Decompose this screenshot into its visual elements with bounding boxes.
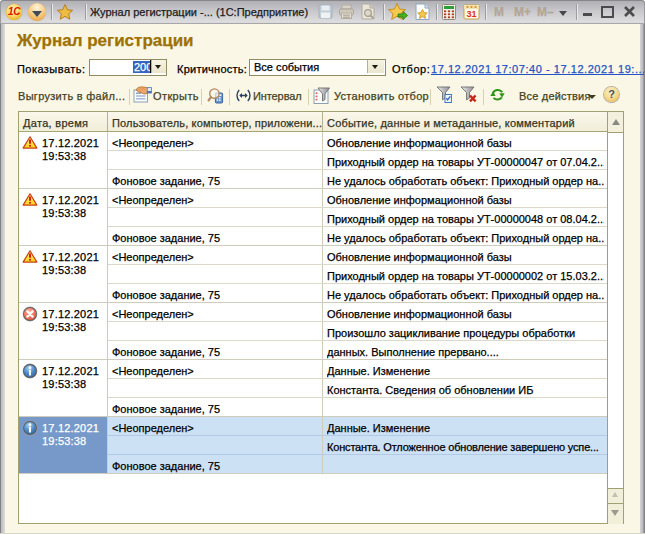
svg-text:31: 31 bbox=[466, 9, 476, 19]
